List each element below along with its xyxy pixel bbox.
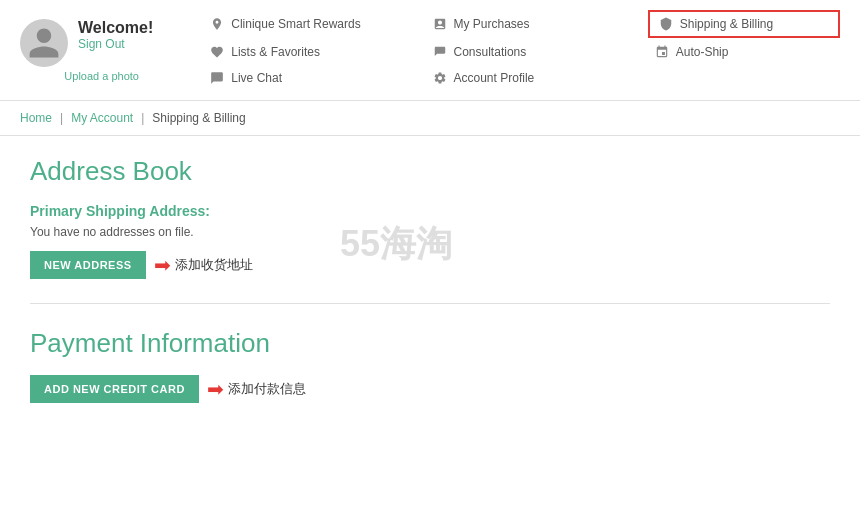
breadcrumb-my-account[interactable]: My Account [71,111,133,125]
nav-item-shipping-billing[interactable]: Shipping & Billing [648,10,840,38]
breadcrumb-home[interactable]: Home [20,111,52,125]
address-annotation: ➡ 添加收货地址 [154,253,253,277]
user-section: Welcome! Sign Out Upload a photo [20,19,183,82]
breadcrumb-current: Shipping & Billing [152,111,245,125]
payment-annotation: ➡ 添加付款信息 [207,377,306,401]
purchases-icon [432,16,448,32]
address-annotation-text: 添加收货地址 [175,256,253,274]
consultations-icon [432,44,448,60]
nav-item-account-profile[interactable]: Account Profile [426,66,618,90]
arrow-right-icon-2: ➡ [207,377,224,401]
nav-label-profile: Account Profile [454,71,535,85]
nav-label-shipping: Shipping & Billing [680,17,773,31]
upload-photo-link[interactable]: Upload a photo [64,70,139,82]
nav-item-lists-favorites[interactable]: Lists & Favorites [203,40,395,64]
nav-item-my-purchases[interactable]: My Purchases [426,10,618,38]
new-address-container: NEW ADDRESS ➡ 添加收货地址 [30,251,830,279]
payment-annotation-text: 添加付款信息 [228,380,306,398]
rewards-icon [209,16,225,32]
welcome-text: Welcome! [78,19,153,37]
shipping-icon [658,16,674,32]
nav-menu: Clinique Smart Rewards My Purchases Ship… [203,10,840,90]
arrow-right-icon: ➡ [154,253,171,277]
no-address-text: You have no addresses on file. [30,225,830,239]
nav-item-consultations[interactable]: Consultations [426,40,618,64]
primary-shipping-subtitle: Primary Shipping Address: [30,203,830,219]
breadcrumb: Home | My Account | Shipping & Billing [0,101,860,136]
nav-item-clinique-smart-rewards[interactable]: Clinique Smart Rewards [203,10,395,38]
nav-label-autoship: Auto-Ship [676,45,729,59]
breadcrumb-sep-1: | [60,111,63,125]
header: Welcome! Sign Out Upload a photo Cliniqu… [0,0,860,101]
breadcrumb-sep-2: | [141,111,144,125]
add-card-container: ADD NEW CREDIT CARD ➡ 添加付款信息 [30,375,830,403]
nav-item-auto-ship[interactable]: Auto-Ship [648,40,840,64]
address-book-title: Address Book [30,156,830,187]
avatar [20,19,68,67]
nav-item-live-chat[interactable]: Live Chat [203,66,395,90]
sign-out-link[interactable]: Sign Out [78,37,125,51]
user-info: Welcome! Sign Out [78,19,153,51]
payment-title: Payment Information [30,328,830,359]
nav-label-consultations: Consultations [454,45,527,59]
add-credit-card-button[interactable]: ADD NEW CREDIT CARD [30,375,199,403]
favorites-icon [209,44,225,60]
nav-label-purchases: My Purchases [454,17,530,31]
new-address-button[interactable]: NEW ADDRESS [30,251,146,279]
nav-label-lists: Lists & Favorites [231,45,320,59]
nav-label-clinique: Clinique Smart Rewards [231,17,360,31]
nav-label-livechat: Live Chat [231,71,282,85]
main-content: Address Book Primary Shipping Address: Y… [0,136,860,423]
profile-icon [432,70,448,86]
autoship-icon [654,44,670,60]
section-divider [30,303,830,304]
livechat-icon [209,70,225,86]
